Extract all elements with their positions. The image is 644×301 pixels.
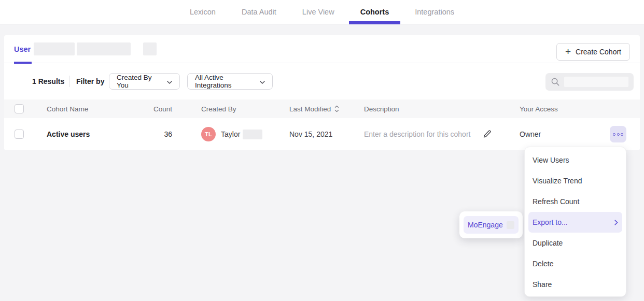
menu-item-export-to[interactable]: Export to... <box>528 212 622 233</box>
select-all-checkbox[interactable] <box>15 104 24 113</box>
cohorts-panel: User + Create Cohort 1 Results Filter by… <box>4 35 640 150</box>
header-last-modified[interactable]: Last Modified <box>289 99 339 118</box>
top-nav: Lexicon Data Audit Live View Cohorts Int… <box>0 0 644 24</box>
chevron-down-icon <box>167 78 172 85</box>
create-cohort-label: Create Cohort <box>576 48 621 56</box>
nav-item-integrations[interactable]: Integrations <box>403 0 466 24</box>
redacted-tab <box>143 42 157 55</box>
header-cohort-name: Cohort Name <box>47 99 88 118</box>
integrations-dropdown[interactable]: All Active Integrations <box>187 73 273 90</box>
results-count: 1 Results <box>32 63 64 99</box>
menu-item-refresh-count[interactable]: Refresh Count <box>525 191 626 212</box>
nav-item-cohorts[interactable]: Cohorts <box>349 0 401 24</box>
header-description: Description <box>364 99 399 118</box>
chevron-right-icon <box>614 220 618 225</box>
redacted-creator-surname <box>243 130 262 139</box>
filter-bar: 1 Results Filter by Created By You All A… <box>4 63 640 99</box>
table-header-row: Cohort Name Count Created By Last Modifi… <box>4 99 640 118</box>
cohort-type-tabbar: User + Create Cohort <box>4 35 640 63</box>
nav-item-data-audit[interactable]: Data Audit <box>230 0 288 24</box>
access-level: Owner <box>520 130 541 138</box>
menu-item-view-users[interactable]: View Users <box>525 150 626 170</box>
header-your-access: Your Access <box>520 99 558 118</box>
header-last-modified-label: Last Modified <box>289 105 331 113</box>
dot-icon <box>617 133 620 136</box>
description-placeholder[interactable]: Enter a description for this cohort <box>364 130 470 138</box>
creator-name: Taylor <box>221 130 240 138</box>
export-submenu: MoEngage <box>459 211 523 238</box>
row-more-actions-button[interactable] <box>610 126 626 142</box>
redacted-tab <box>34 42 75 55</box>
cohort-count: 36 <box>164 130 172 138</box>
plus-icon: + <box>565 47 571 56</box>
search-input[interactable] <box>545 73 634 91</box>
nav-item-lexicon[interactable]: Lexicon <box>178 0 227 24</box>
filter-by-label: Filter by <box>76 63 104 99</box>
redacted-tab <box>77 42 131 55</box>
redacted-search-text <box>564 77 628 87</box>
table-row: Active users 36 TL Taylor Nov 15, 2021 E… <box>4 118 640 150</box>
menu-item-delete[interactable]: Delete <box>525 253 626 274</box>
cohort-name-link[interactable]: Active users <box>47 130 90 138</box>
menu-item-export-to-label: Export to... <box>533 218 568 226</box>
dot-icon <box>621 133 623 136</box>
search-icon <box>551 77 560 87</box>
row-context-menu: View Users Visualize Trend Refresh Count… <box>524 147 626 297</box>
edit-description-pencil-icon[interactable] <box>482 129 492 140</box>
submenu-item-moengage-label: MoEngage <box>468 221 503 229</box>
last-modified-date: Nov 15, 2021 <box>289 130 332 138</box>
header-created-by: Created By <box>201 99 236 118</box>
row-checkbox[interactable] <box>15 130 24 139</box>
sort-icon[interactable] <box>334 105 339 112</box>
header-count: Count <box>149 99 172 118</box>
menu-item-duplicate[interactable]: Duplicate <box>525 233 626 253</box>
redacted-text <box>507 221 514 229</box>
submenu-item-moengage[interactable]: MoEngage <box>464 216 519 234</box>
nav-item-live-view[interactable]: Live View <box>291 0 346 24</box>
integrations-dropdown-value: All Active Integrations <box>195 74 255 89</box>
create-cohort-button[interactable]: + Create Cohort <box>556 43 630 61</box>
divider <box>69 76 69 87</box>
created-by-dropdown[interactable]: Created By You <box>109 73 180 90</box>
menu-item-visualize-trend[interactable]: Visualize Trend <box>525 170 626 191</box>
created-by-dropdown-value: Created By You <box>117 74 162 89</box>
dot-icon <box>613 133 615 136</box>
avatar: TL <box>201 127 216 141</box>
menu-item-share[interactable]: Share <box>525 274 626 295</box>
tab-user[interactable]: User <box>14 35 31 63</box>
chevron-down-icon <box>260 78 265 85</box>
